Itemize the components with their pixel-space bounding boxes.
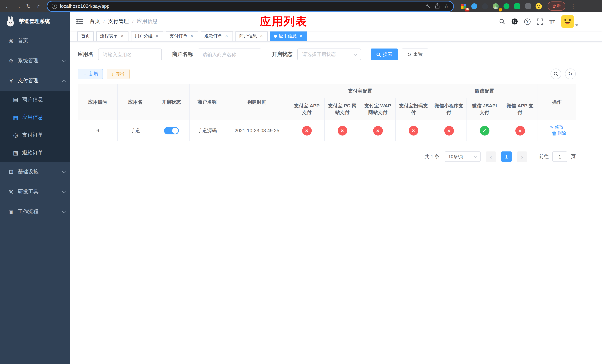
close-icon[interactable]: ×: [298, 33, 304, 39]
sidebar-item-workflow[interactable]: ▣ 工作流程: [0, 202, 70, 222]
table-mini-actions: ↻: [550, 68, 576, 79]
app-table: 应用编号 应用名 开启状态 商户名称 创建时间 支付宝配置 微信配置 操作 支付…: [78, 84, 576, 141]
search-icon[interactable]: [499, 19, 505, 24]
sidebar-item-app-info[interactable]: ▦ 应用信息: [0, 108, 70, 126]
dashboard-icon: ◉: [8, 37, 14, 44]
address-bar[interactable]: i localhost:1024/pay/app ☆: [47, 1, 453, 11]
export-button[interactable]: ↓ 导出: [107, 69, 129, 79]
sidebar-item-devtools[interactable]: ⚒ 研发工具: [0, 182, 70, 202]
extension-green-square-icon[interactable]: [514, 2, 521, 10]
cell-actions: ✎ 修改 删除: [538, 120, 576, 141]
breadcrumb-home[interactable]: 首页: [90, 18, 100, 25]
sidebar-item-infrastructure[interactable]: ⊞ 基础设施: [0, 162, 70, 182]
font-size-icon[interactable]: TT: [549, 18, 555, 25]
extension-drop-icon[interactable]: [471, 2, 478, 10]
password-key-icon[interactable]: [425, 3, 431, 10]
github-icon[interactable]: [511, 18, 518, 25]
status-toggle[interactable]: [164, 127, 179, 134]
breadcrumb-payment[interactable]: 支付管理: [108, 18, 129, 25]
tab-pay-order[interactable]: 支付订单 ×: [166, 31, 198, 41]
back-icon[interactable]: ←: [3, 3, 13, 9]
tab-home[interactable]: 首页: [77, 31, 94, 41]
alipay-pc-status-badge: ×: [337, 126, 347, 135]
tab-refund-order[interactable]: 退款订单 ×: [201, 31, 233, 41]
reset-button[interactable]: ↻ 重置: [402, 49, 428, 60]
tab-user-group[interactable]: 用户分组 ×: [131, 31, 163, 41]
sidebar-item-system[interactable]: ⚙ 系统管理: [0, 51, 70, 71]
sidebar-item-label: 工作流程: [18, 208, 39, 215]
goto-page-input[interactable]: [552, 151, 567, 162]
reload-icon[interactable]: ↻: [24, 3, 33, 10]
col-header-wx-lite: 微信小程序支付: [431, 98, 467, 120]
sidebar-item-refund-order[interactable]: ▧ 退款订单: [0, 144, 70, 162]
document-icon: ▧: [12, 150, 19, 156]
sidebar-item-label: 首页: [18, 37, 28, 44]
close-icon[interactable]: ×: [189, 33, 194, 39]
help-icon[interactable]: ?: [524, 18, 530, 25]
forward-icon[interactable]: →: [13, 3, 23, 9]
close-icon[interactable]: ×: [259, 33, 264, 39]
chevron-down-icon: [354, 52, 357, 56]
status-select[interactable]: 请选择开启状态: [297, 49, 361, 60]
col-header-wx-app: 微信 APP 支付: [502, 98, 538, 120]
next-page-button[interactable]: ›: [517, 151, 527, 162]
app-logo[interactable]: 芋道管理系统: [0, 12, 70, 31]
sidebar-item-pay-order[interactable]: ◎ 支付订单: [0, 126, 70, 144]
col-header-actions: 操作: [538, 84, 576, 120]
extension-avatar-icon[interactable]: 1: [492, 2, 499, 10]
sidebar-submenu-payment: ▤ 商户信息 ▦ 应用信息 ◎ 支付订单 ▧ 退款订单: [0, 91, 70, 162]
site-info-icon[interactable]: i: [52, 3, 57, 9]
sidebar-collapse-icon[interactable]: [76, 19, 83, 24]
sidebar-item-payment[interactable]: ¥ 支付管理: [0, 71, 70, 91]
close-icon[interactable]: ×: [119, 33, 125, 39]
extension-puzzle-icon[interactable]: [524, 2, 532, 10]
app-title: 芋道管理系统: [19, 18, 50, 25]
tab-label: 用户分组: [135, 33, 152, 39]
chevron-up-icon: [62, 80, 66, 83]
target-icon: ◎: [12, 132, 19, 139]
extensions-area: 10 1: [457, 2, 545, 10]
add-button[interactable]: ＋ 新增: [78, 69, 103, 79]
extension-grid-icon[interactable]: 10: [460, 2, 467, 10]
home-icon[interactable]: ⌂: [34, 3, 44, 9]
tab-label: 商户信息: [239, 33, 257, 39]
workflow-icon: ▣: [8, 208, 14, 215]
app-name-input[interactable]: [98, 49, 162, 60]
page-size-select[interactable]: 10条/页: [445, 151, 481, 162]
yen-icon: ¥: [8, 78, 14, 84]
merchant-name-input[interactable]: [198, 49, 261, 60]
share-icon[interactable]: [435, 3, 440, 10]
tab-merchant-info[interactable]: 商户信息 ×: [236, 31, 268, 41]
browser-update-button[interactable]: 更新: [548, 1, 565, 11]
sidebar-menu: ◉ 首页 ⚙ 系统管理 ¥ 支付管理 ▤ 商户信息: [0, 31, 70, 222]
edit-label: 修改: [555, 124, 564, 130]
extension-wechat-devtools-icon[interactable]: [503, 2, 510, 10]
tab-app-info[interactable]: 应用信息 ×: [270, 31, 307, 41]
alipay-qr-status-badge: ×: [408, 126, 418, 135]
grid-icon: ▦: [12, 114, 19, 121]
refresh-table-button[interactable]: ↻: [565, 68, 576, 79]
toggle-search-button[interactable]: [550, 68, 561, 79]
pagination-total: 共 1 条: [424, 153, 440, 160]
page-number-current[interactable]: 1: [501, 151, 512, 162]
caret-down-icon: [575, 24, 578, 26]
col-header-created: 创建时间: [225, 84, 289, 120]
close-icon[interactable]: ×: [224, 33, 229, 39]
bookmark-star-icon[interactable]: ☆: [444, 3, 449, 9]
prev-page-button[interactable]: ‹: [486, 151, 496, 162]
browser-menu-icon[interactable]: ⋮: [568, 3, 578, 10]
sidebar-item-merchant-info[interactable]: ▤ 商户信息: [0, 91, 70, 108]
delete-link[interactable]: 删除: [552, 130, 566, 137]
breadcrumb-separator: /: [103, 19, 105, 24]
tab-process-form[interactable]: 流程表单 ×: [96, 31, 129, 41]
extension-smiley-icon[interactable]: [535, 2, 542, 10]
extension-dark-icon[interactable]: [481, 2, 489, 10]
search-button[interactable]: 搜索: [371, 49, 398, 60]
user-avatar[interactable]: [561, 15, 578, 28]
fullscreen-icon[interactable]: [537, 18, 543, 25]
sidebar-item-home[interactable]: ◉ 首页: [0, 31, 70, 51]
col-group-wechat: 微信配置: [431, 84, 538, 98]
gear-icon: ⚙: [8, 57, 14, 64]
edit-link[interactable]: ✎ 修改: [550, 124, 564, 130]
close-icon[interactable]: ×: [154, 33, 160, 39]
